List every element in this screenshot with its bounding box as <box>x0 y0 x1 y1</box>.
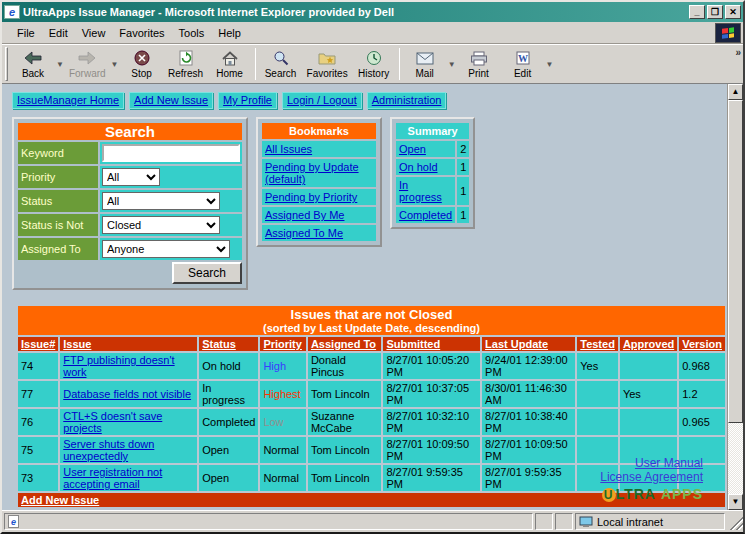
col-assigned-to[interactable]: Assigned To <box>308 337 382 351</box>
menu-item[interactable]: Favorites <box>112 25 171 41</box>
bookmark-cell: Assigned By Me <box>262 207 376 223</box>
summary-label-cell: Open <box>396 141 455 157</box>
vertical-scrollbar[interactable]: ▲ ▼ <box>727 84 743 510</box>
back-arrow-icon <box>24 49 42 67</box>
col-issue[interactable]: Issue <box>60 337 197 351</box>
document-status-icon: e <box>8 515 19 528</box>
issue-assigned: Tom Lincoln <box>308 437 382 463</box>
back-dropdown-icon[interactable]: ▼ <box>56 60 64 69</box>
toolbar-more-dropdown-icon[interactable]: ▼ <box>546 60 554 69</box>
edit-button[interactable]: W Edit <box>501 46 545 82</box>
issue-tested <box>577 381 618 407</box>
summary-link[interactable]: In progress <box>399 179 442 203</box>
bookmark-link[interactable]: Pending by Update (default) <box>265 161 359 185</box>
user-manual-link[interactable]: User Manual <box>600 456 703 470</box>
bookmark-link[interactable]: All Issues <box>265 143 312 155</box>
menu-item[interactable]: Tools <box>172 25 212 41</box>
bookmark-link[interactable]: Pending by Priority <box>265 191 357 203</box>
resize-grip[interactable] <box>727 513 743 530</box>
col-tested[interactable]: Tested <box>577 337 618 351</box>
summary-label-cell: In progress <box>396 177 455 205</box>
scrollbar-track[interactable] <box>728 100 743 494</box>
issue-version: 1.2 <box>679 381 725 407</box>
issue-link[interactable]: Database fields not visible <box>63 388 191 400</box>
maximize-button[interactable]: ❐ <box>707 5 723 19</box>
close-button[interactable]: ✕ <box>725 5 741 19</box>
issue-link[interactable]: User registration not accepting email <box>63 466 162 490</box>
search-button-toolbar[interactable]: Search <box>259 46 303 82</box>
back-button[interactable]: Back <box>11 46 55 82</box>
stop-button[interactable]: Stop <box>120 46 164 82</box>
toolbar-grip[interactable] <box>5 47 8 81</box>
bookmarks-title: Bookmarks <box>262 123 376 139</box>
bookmark-link[interactable]: Assigned To Me <box>265 227 343 239</box>
status-not-select[interactable]: Closed <box>102 216 220 234</box>
issue-link[interactable]: CTL+S doesn't save projects <box>63 410 162 434</box>
col-status[interactable]: Status <box>199 337 258 351</box>
issue-submitted: 8/27/01 10:32:10 PM <box>383 409 480 435</box>
favorites-button[interactable]: Favorites <box>303 46 352 82</box>
issue-submitted: 8/27/01 10:37:05 PM <box>383 381 480 407</box>
print-button[interactable]: Print <box>457 46 501 82</box>
issue-link[interactable]: FTP publishing doesn't work <box>63 354 174 378</box>
nav-link[interactable]: Administration <box>372 94 442 106</box>
status-not-label: Status is Not <box>18 214 98 236</box>
stop-icon <box>134 49 150 67</box>
summary-link[interactable]: Open <box>399 143 426 155</box>
nav-link[interactable]: Login / Logout <box>287 94 357 106</box>
add-new-issue-link[interactable]: Add New Issue <box>21 494 99 506</box>
bookmark-cell: Pending by Priority <box>262 189 376 205</box>
local-intranet-icon <box>579 516 593 528</box>
summary-link[interactable]: On hold <box>399 161 438 173</box>
bookmark-link[interactable]: Assigned By Me <box>265 209 344 221</box>
col-priority[interactable]: Priority <box>260 337 306 351</box>
scroll-up-icon[interactable]: ▲ <box>728 84 743 100</box>
mail-dropdown-icon[interactable]: ▼ <box>448 60 456 69</box>
license-agreement-link[interactable]: License Agreement <box>600 470 703 484</box>
minimize-button[interactable]: _ <box>689 5 705 19</box>
summary-count: 2 <box>457 141 469 157</box>
summary-link[interactable]: Completed <box>399 209 452 221</box>
nav-link[interactable]: Add New Issue <box>134 94 208 106</box>
menu-bar: FileEditViewFavoritesToolsHelp <box>2 22 743 44</box>
menu-item[interactable]: Help <box>211 25 248 41</box>
issue-id: 75 <box>18 437 58 463</box>
history-button[interactable]: History <box>352 46 396 82</box>
status-select[interactable]: All <box>102 192 220 210</box>
forward-dropdown-icon[interactable]: ▼ <box>111 60 119 69</box>
assigned-to-label: Assigned To <box>18 238 98 260</box>
nav-link[interactable]: IssueManager Home <box>17 94 119 106</box>
menu-item[interactable]: Edit <box>42 25 75 41</box>
priority-select[interactable]: All <box>102 168 160 186</box>
col-approved[interactable]: Approved <box>620 337 677 351</box>
col-version[interactable]: Version <box>679 337 725 351</box>
summary-count: 1 <box>457 177 469 205</box>
toolbar-separator <box>255 48 256 80</box>
ultraapps-logo: ULTRA APPS <box>600 486 703 502</box>
nav-link[interactable]: My Profile <box>223 94 272 106</box>
toolbar-separator <box>399 48 400 80</box>
keyword-input[interactable] <box>102 144 240 162</box>
issue-link[interactable]: Server shuts down unexpectedly <box>63 438 154 462</box>
forward-button[interactable]: Forward <box>65 46 110 82</box>
assigned-to-select[interactable]: Anyone <box>102 240 230 258</box>
col-last-update[interactable]: Last Update <box>482 337 575 351</box>
summary-label-cell: On hold <box>396 159 455 175</box>
col-submitted[interactable]: Submitted <box>383 337 480 351</box>
issue-id: 74 <box>18 353 58 379</box>
mail-button[interactable]: Mail <box>403 46 447 82</box>
home-button[interactable]: Home <box>208 46 252 82</box>
status-label: Status <box>18 190 98 212</box>
page-content: IssueManager HomeAdd New IssueMy Profile… <box>2 84 727 510</box>
toolbar-overflow-chevron[interactable]: » <box>735 47 741 58</box>
col-issue-number[interactable]: Issue# <box>18 337 58 351</box>
menu-item[interactable]: File <box>10 25 42 41</box>
search-submit-button[interactable]: Search <box>172 262 242 284</box>
scrollbar-thumb[interactable] <box>728 100 743 423</box>
issue-id: 77 <box>18 381 58 407</box>
scroll-down-icon[interactable]: ▼ <box>728 494 743 510</box>
issue-priority: High <box>260 353 306 379</box>
issue-approved <box>620 409 677 435</box>
refresh-button[interactable]: Refresh <box>164 46 208 82</box>
menu-item[interactable]: View <box>75 25 113 41</box>
